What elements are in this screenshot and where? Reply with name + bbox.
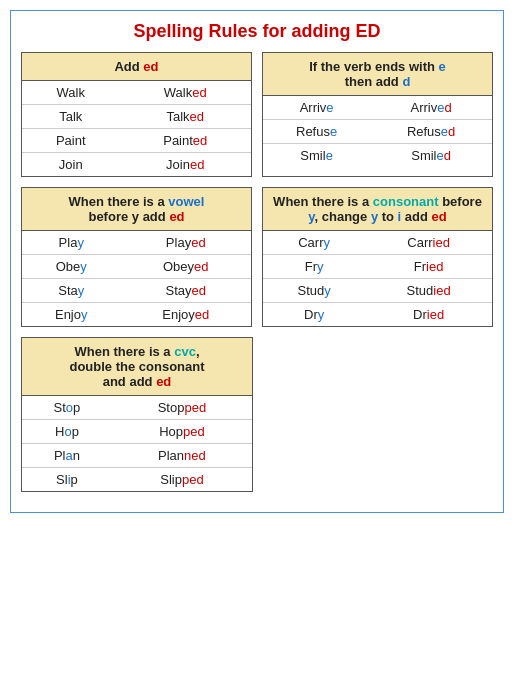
word-result: Dried xyxy=(365,303,492,327)
table-row: Hop Hopped xyxy=(22,420,252,444)
table-row: Dry Dried xyxy=(263,303,492,327)
ed-highlight3: ed xyxy=(432,209,447,224)
top-row: Add ed Walk Walked Talk Talked Paint Pai… xyxy=(21,52,493,177)
word-base: Fry xyxy=(263,255,365,279)
box-cvc-table: Stop Stopped Hop Hopped Plan Planned Sli… xyxy=(22,396,252,491)
word-base: Refuse xyxy=(263,120,370,144)
e-highlight: e xyxy=(439,59,446,74)
box-consonant-y-table: Carry Carried Fry Fried Study Studied Dr… xyxy=(263,231,492,326)
word-base: Smile xyxy=(263,144,370,168)
consonant-highlight: consonant xyxy=(373,194,439,209)
word-base: Talk xyxy=(22,105,120,129)
word-result: Played xyxy=(120,231,251,255)
word-base: Play xyxy=(22,231,120,255)
word-base: Arrive xyxy=(263,96,370,120)
table-row: Smile Smiled xyxy=(263,144,492,168)
table-row: Carry Carried xyxy=(263,231,492,255)
i-highlight: i xyxy=(398,209,402,224)
word-result: Hopped xyxy=(112,420,252,444)
table-row: Stop Stopped xyxy=(22,396,252,420)
vowel-highlight: vowel xyxy=(168,194,204,209)
bottom-row: When there is a cvc,double the consonant… xyxy=(21,337,493,492)
word-result: Refused xyxy=(370,120,492,144)
word-result: Stayed xyxy=(120,279,251,303)
word-base: Join xyxy=(22,153,120,177)
box-ends-e: If the verb ends with ethen add d Arrive… xyxy=(262,52,493,177)
table-row: Join Joined xyxy=(22,153,251,177)
word-result: Arrived xyxy=(370,96,492,120)
y-highlight2: y xyxy=(371,209,378,224)
middle-row: When there is a vowelbefore y add ed Pla… xyxy=(21,187,493,327)
box-vowel-y: When there is a vowelbefore y add ed Pla… xyxy=(21,187,252,327)
word-result: Carried xyxy=(365,231,492,255)
cvc-highlight: cvc xyxy=(174,344,196,359)
ed-highlight2: ed xyxy=(169,209,184,224)
box-vowel-y-header: When there is a vowelbefore y add ed xyxy=(22,188,251,231)
box-cvc-header: When there is a cvc,double the consonant… xyxy=(22,338,252,396)
word-base: Study xyxy=(263,279,365,303)
table-row: Refuse Refused xyxy=(263,120,492,144)
box-ends-e-header: If the verb ends with ethen add d xyxy=(263,53,492,96)
word-result: Joined xyxy=(120,153,251,177)
table-row: Walk Walked xyxy=(22,81,251,105)
box-add-ed: Add ed Walk Walked Talk Talked Paint Pai… xyxy=(21,52,252,177)
page-title: Spelling Rules for adding ED xyxy=(21,21,493,42)
table-row: Arrive Arrived xyxy=(263,96,492,120)
table-row: Stay Stayed xyxy=(22,279,251,303)
table-row: Play Played xyxy=(22,231,251,255)
table-row: Enjoy Enjoyed xyxy=(22,303,251,327)
word-base: Obey xyxy=(22,255,120,279)
y-highlight: y xyxy=(308,209,314,224)
word-result: Painted xyxy=(120,129,251,153)
box-add-ed-table: Walk Walked Talk Talked Paint Painted Jo… xyxy=(22,81,251,176)
word-result: Studied xyxy=(365,279,492,303)
box-consonant-y-header: When there is a consonant before y, chan… xyxy=(263,188,492,231)
word-result: Smiled xyxy=(370,144,492,168)
box-add-ed-header: Add ed xyxy=(22,53,251,81)
table-row: Slip Slipped xyxy=(22,468,252,492)
word-result: Walked xyxy=(120,81,251,105)
word-base: Stop xyxy=(22,396,112,420)
word-result: Fried xyxy=(365,255,492,279)
table-row: Plan Planned xyxy=(22,444,252,468)
page-container: Spelling Rules for adding ED Add ed Walk… xyxy=(10,10,504,513)
word-result: Slipped xyxy=(112,468,252,492)
word-base: Plan xyxy=(22,444,112,468)
box-cvc: When there is a cvc,double the consonant… xyxy=(21,337,253,492)
word-base: Walk xyxy=(22,81,120,105)
box-consonant-y: When there is a consonant before y, chan… xyxy=(262,187,493,327)
word-base: Enjoy xyxy=(22,303,120,327)
table-row: Study Studied xyxy=(263,279,492,303)
word-base: Stay xyxy=(22,279,120,303)
empty-space xyxy=(263,337,493,492)
word-result: Stopped xyxy=(112,396,252,420)
word-base: Slip xyxy=(22,468,112,492)
ed-highlight4: ed xyxy=(156,374,171,389)
table-row: Paint Painted xyxy=(22,129,251,153)
table-row: Fry Fried xyxy=(263,255,492,279)
word-result: Planned xyxy=(112,444,252,468)
table-row: Talk Talked xyxy=(22,105,251,129)
word-result: Enjoyed xyxy=(120,303,251,327)
word-base: Hop xyxy=(22,420,112,444)
d-highlight: d xyxy=(402,74,410,89)
ed-highlight: ed xyxy=(143,59,158,74)
word-base: Carry xyxy=(263,231,365,255)
box-vowel-y-table: Play Played Obey Obeyed Stay Stayed Enjo… xyxy=(22,231,251,326)
table-row: Obey Obeyed xyxy=(22,255,251,279)
word-base: Paint xyxy=(22,129,120,153)
word-result: Talked xyxy=(120,105,251,129)
word-base: Dry xyxy=(263,303,365,327)
box-ends-e-table: Arrive Arrived Refuse Refused Smile Smil… xyxy=(263,96,492,167)
word-result: Obeyed xyxy=(120,255,251,279)
